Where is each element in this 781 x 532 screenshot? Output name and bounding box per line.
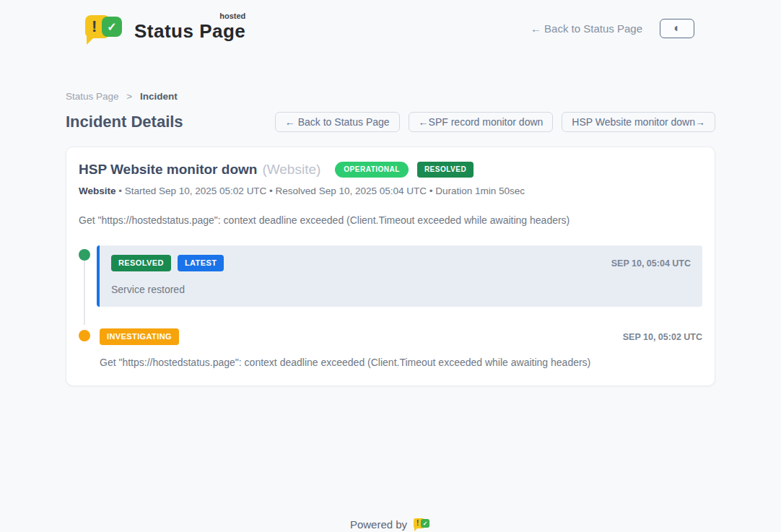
breadcrumb-status-page[interactable]: Status Page bbox=[66, 91, 119, 102]
powered-by: Powered by ! ✓ bbox=[0, 517, 781, 532]
half-circle-contrast-icon: ◐ bbox=[673, 22, 681, 34]
logo-exclamation: ! bbox=[416, 519, 419, 527]
timeline-entry-head: INVESTIGATING SEP 10, 05:02 UTC bbox=[100, 328, 702, 345]
logo-bubble-tail bbox=[87, 37, 95, 45]
incident-title: HSP Website monitor down bbox=[79, 162, 257, 178]
brand-text: Status Page hosted bbox=[134, 14, 245, 43]
brand-logo[interactable]: ! ✓ Status Page hosted bbox=[85, 12, 245, 44]
powered-by-label: Powered by bbox=[350, 518, 407, 531]
incident-timeline: RESOLVED LATEST SEP 10, 05:04 UTC Servic… bbox=[79, 245, 702, 368]
incident-meta: Website • Started Sep 10, 2025 05:02 UTC… bbox=[79, 186, 702, 196]
timeline-dot-orange bbox=[79, 330, 90, 341]
incident-meta-component: Website bbox=[79, 186, 116, 196]
header-right: ← Back to Status Page ◐ bbox=[531, 19, 694, 38]
incident-card: HSP Website monitor down (Website) OPERA… bbox=[66, 147, 715, 386]
timeline-entry-investigating: INVESTIGATING SEP 10, 05:02 UTC Get "htt… bbox=[79, 328, 702, 368]
timeline-timestamp: SEP 10, 05:02 UTC bbox=[623, 332, 702, 342]
breadcrumb-separator: > bbox=[126, 91, 132, 102]
prev-incident-button[interactable]: ←SPF record monitor down bbox=[409, 112, 554, 132]
timeline-timestamp: SEP 10, 05:04 UTC bbox=[611, 258, 691, 269]
title-row: Incident Details ← Back to Status Page ←… bbox=[66, 112, 715, 132]
breadcrumb-incident: Incident bbox=[140, 91, 178, 102]
timeline-resolved-badge: RESOLVED bbox=[111, 255, 171, 271]
hsp-logo-icon[interactable]: ! ✓ bbox=[414, 517, 431, 532]
timeline-latest-badge: LATEST bbox=[178, 255, 224, 271]
timeline-message: Get "https://hostedstatus.page": context… bbox=[100, 357, 702, 368]
brand-name: Status Page bbox=[134, 20, 245, 42]
operational-status-badge: OPERATIONAL bbox=[335, 162, 409, 178]
timeline-message: Service restored bbox=[111, 284, 691, 295]
header-back-to-status-page-link[interactable]: ← Back to Status Page bbox=[531, 22, 642, 35]
next-incident-button[interactable]: HSP Website monitor down→ bbox=[562, 112, 715, 132]
logo-check-icon: ✓ bbox=[102, 17, 122, 37]
resolved-state-badge: RESOLVED bbox=[417, 162, 474, 178]
timeline-dot-green bbox=[79, 249, 90, 261]
incident-component: (Website) bbox=[262, 162, 320, 178]
theme-toggle-button[interactable]: ◐ bbox=[660, 19, 694, 38]
incident-meta-details: • Started Sep 10, 2025 05:02 UTC • Resol… bbox=[116, 186, 525, 196]
timeline-investigating-badge: INVESTIGATING bbox=[100, 328, 179, 345]
timeline-entry-resolved: RESOLVED LATEST SEP 10, 05:04 UTC Servic… bbox=[79, 245, 702, 307]
logo-bubble-tail bbox=[414, 528, 418, 531]
timeline-entry-head: RESOLVED LATEST SEP 10, 05:04 UTC bbox=[111, 255, 691, 271]
incident-description: Get "https://hostedstatus.page": context… bbox=[79, 214, 702, 226]
incident-title-row: HSP Website monitor down (Website) OPERA… bbox=[79, 162, 702, 178]
header: ! ✓ Status Page hosted ← Back to Status … bbox=[0, 0, 781, 55]
brand-superscript: hosted bbox=[219, 12, 245, 20]
back-to-status-page-button[interactable]: ← Back to Status Page bbox=[275, 112, 400, 132]
main-content: Status Page > Incident Incident Details … bbox=[66, 91, 715, 386]
statuspage-logo-icon: ! ✓ bbox=[85, 12, 126, 44]
logo-exclamation: ! bbox=[85, 19, 97, 35]
timeline-highlight-box: RESOLVED LATEST SEP 10, 05:04 UTC Servic… bbox=[97, 245, 702, 307]
logo-check-icon: ✓ bbox=[421, 519, 429, 528]
timeline-entry-body: INVESTIGATING SEP 10, 05:02 UTC Get "htt… bbox=[97, 328, 702, 368]
breadcrumb: Status Page > Incident bbox=[66, 91, 715, 102]
incident-nav-buttons: ← Back to Status Page ←SPF record monito… bbox=[275, 112, 715, 132]
footer: Powered by ! ✓ © 2025-10-08 14:10:34.772… bbox=[0, 517, 781, 532]
page-title: Incident Details bbox=[66, 113, 183, 131]
